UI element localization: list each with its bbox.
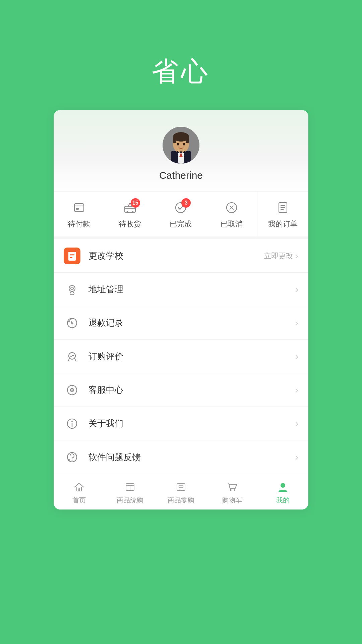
svg-point-29 xyxy=(69,285,75,291)
address-chevron: › xyxy=(295,284,298,295)
svg-rect-48 xyxy=(177,484,185,490)
menu-about[interactable]: 关于我们 › xyxy=(54,407,308,440)
customer-service-chevron: › xyxy=(295,385,298,395)
svg-rect-13 xyxy=(74,204,84,212)
svg-point-54 xyxy=(281,483,285,488)
retail-icon xyxy=(174,480,188,494)
pending-receive-icon-wrap: 15 xyxy=(123,201,137,216)
tab-pending-pay[interactable]: 待付款 xyxy=(54,192,105,236)
review-icon xyxy=(64,348,80,365)
svg-point-30 xyxy=(71,287,73,290)
change-school-action: 立即更改 › xyxy=(264,251,298,261)
svg-point-42 xyxy=(72,460,73,461)
svg-point-9 xyxy=(183,143,185,146)
profile-header: Catherine xyxy=(54,110,308,191)
feedback-chevron: › xyxy=(295,452,298,463)
refund-icon: ¥ xyxy=(64,315,80,331)
nav-home[interactable]: 首页 xyxy=(54,474,105,509)
feedback-label: 软件问题反馈 xyxy=(88,451,295,463)
svg-text:¥: ¥ xyxy=(71,320,74,327)
home-icon xyxy=(72,480,86,494)
menu-review[interactable]: 订购评价 › xyxy=(54,340,308,373)
feedback-icon xyxy=(64,449,80,466)
completed-badge: 3 xyxy=(181,198,191,208)
svg-point-36 xyxy=(71,389,73,391)
refund-label: 退款记录 xyxy=(88,317,295,329)
tab-pending-receive[interactable]: 15 待收货 xyxy=(105,192,156,236)
completed-icon-wrap: 3 xyxy=(174,201,187,216)
menu-section: 更改学校 立即更改 › 地址管理 › ¥ xyxy=(54,239,308,474)
change-school-label: 更改学校 xyxy=(88,250,264,262)
pending-pay-icon-wrap xyxy=(72,201,86,216)
svg-rect-44 xyxy=(78,488,80,491)
menu-customer-service[interactable]: 客服中心 › xyxy=(54,373,308,407)
svg-point-38 xyxy=(71,421,73,422)
pending-receive-badge: 15 xyxy=(131,198,140,208)
mine-icon xyxy=(276,480,290,494)
svg-rect-14 xyxy=(76,208,79,210)
review-label: 订购评价 xyxy=(88,351,295,362)
tab-my-orders-label: 我的订单 xyxy=(268,219,298,229)
menu-address[interactable]: 地址管理 › xyxy=(54,273,308,306)
menu-refund[interactable]: ¥ 退款记录 › xyxy=(54,306,308,340)
nav-mine-label: 我的 xyxy=(276,496,290,505)
main-card: Catherine 待付款 xyxy=(54,110,308,509)
my-orders-icon-wrap xyxy=(276,201,290,216)
cancelled-icon-wrap xyxy=(225,201,238,216)
customer-service-label: 客服中心 xyxy=(88,384,295,396)
nav-bulk[interactable]: 商品统购 xyxy=(105,474,156,509)
change-school-icon xyxy=(64,248,80,264)
svg-rect-7 xyxy=(186,137,189,143)
about-icon xyxy=(64,415,80,432)
svg-point-53 xyxy=(234,489,236,491)
nav-bulk-label: 商品统购 xyxy=(117,496,143,505)
username: Catherine xyxy=(159,170,203,181)
tab-pending-pay-label: 待付款 xyxy=(68,219,90,229)
address-icon xyxy=(64,281,80,298)
svg-point-12 xyxy=(180,151,182,153)
about-label: 关于我们 xyxy=(88,418,295,429)
avatar[interactable] xyxy=(163,127,199,164)
tab-cancelled-label: 已取消 xyxy=(221,219,243,229)
svg-rect-6 xyxy=(173,137,176,143)
menu-feedback[interactable]: 软件问题反馈 › xyxy=(54,440,308,474)
svg-point-16 xyxy=(126,211,128,213)
svg-point-17 xyxy=(132,211,134,213)
tab-cancelled[interactable]: 已取消 xyxy=(206,192,257,236)
bulk-icon xyxy=(123,480,137,494)
nav-home-label: 首页 xyxy=(72,496,86,505)
about-chevron: › xyxy=(295,418,298,429)
nav-cart[interactable]: 购物车 xyxy=(206,474,257,509)
tab-completed[interactable]: 3 已完成 xyxy=(156,192,206,236)
nav-mine[interactable]: 我的 xyxy=(257,474,308,509)
address-label: 地址管理 xyxy=(88,283,295,295)
tab-pending-receive-label: 待收货 xyxy=(119,219,141,229)
refund-chevron: › xyxy=(295,318,298,328)
tab-completed-label: 已完成 xyxy=(170,219,192,229)
bottom-nav: 首页 商品统购 商品零购 xyxy=(54,474,308,509)
nav-retail[interactable]: 商品零购 xyxy=(156,474,206,509)
app-title: 省心 xyxy=(152,54,210,90)
menu-change-school[interactable]: 更改学校 立即更改 › xyxy=(54,239,308,273)
customer-service-icon xyxy=(64,382,80,398)
svg-point-8 xyxy=(177,143,179,146)
review-chevron: › xyxy=(295,351,298,362)
svg-point-52 xyxy=(230,489,232,491)
nav-retail-label: 商品零购 xyxy=(168,496,194,505)
tab-my-orders[interactable]: 我的订单 xyxy=(257,192,308,236)
cart-icon xyxy=(225,480,239,494)
nav-cart-label: 购物车 xyxy=(222,496,242,505)
order-tabs: 待付款 15 待收货 3 xyxy=(54,191,308,239)
